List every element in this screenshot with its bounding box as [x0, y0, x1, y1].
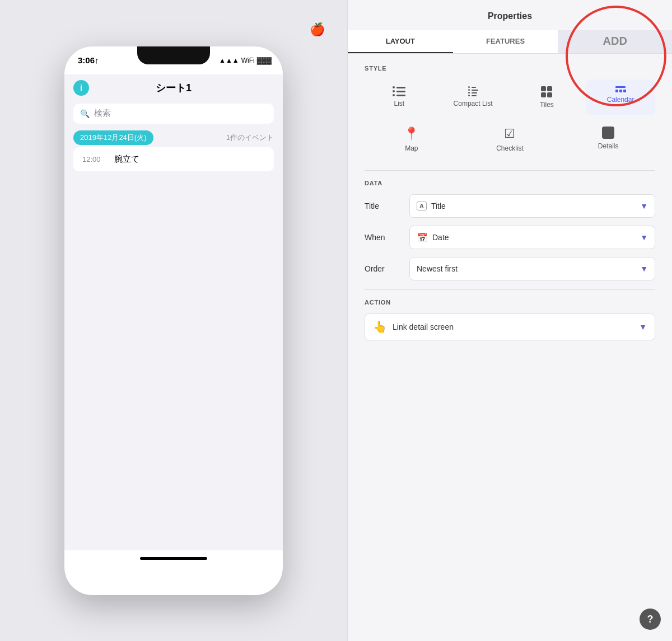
style-label-list: List	[394, 100, 405, 107]
when-select[interactable]: 📅 Date ▼	[409, 226, 655, 249]
action-dropdown-arrow: ▼	[639, 322, 647, 331]
action-text: Link detail screen	[393, 322, 454, 331]
style-label-map: Map	[405, 144, 418, 152]
calendar-icon	[615, 86, 626, 92]
properties-body: STYLE List	[348, 54, 672, 352]
style-section-label: STYLE	[365, 65, 655, 72]
tiles-icon	[541, 86, 552, 97]
style-item-compact-list[interactable]: Compact List	[438, 79, 508, 115]
iphone-mockup: 3:06↑ ▲▲▲ WiFi ▓▓▓ i シート1 🔍 検索 2019年12月2…	[64, 46, 283, 595]
style-grid-row1: List Compact List	[365, 79, 655, 115]
event-name: 腕立て	[114, 154, 139, 165]
tab-features[interactable]: FEATURES	[453, 30, 558, 53]
iphone-bottom	[64, 550, 283, 595]
title-select-inner: A Title	[417, 202, 446, 210]
style-label-calendar: Calendar	[607, 96, 634, 104]
map-icon: 📍	[404, 127, 419, 141]
wifi-icon: WiFi	[241, 57, 255, 64]
properties-title: Properties	[365, 11, 655, 21]
left-panel: 🍎 3:06↑ ▲▲▲ WiFi ▓▓▓ i シート1 🔍 検索	[0, 0, 347, 641]
tab-layout[interactable]: LAYOUT	[348, 30, 453, 53]
list-icon	[393, 86, 405, 96]
style-item-checklist[interactable]: ☑ Checklist	[463, 120, 557, 159]
checklist-icon: ☑	[504, 127, 515, 141]
date-section: 2019年12月24日(火) 1件のイベント 12:00 腕立て	[64, 130, 283, 176]
screen-title: シート1	[156, 81, 192, 95]
when-dropdown-arrow: ▼	[640, 233, 648, 242]
when-field: When 📅 Date ▼	[365, 226, 655, 249]
calendar-field-icon: 📅	[417, 232, 428, 243]
style-label-tiles: Tiles	[540, 101, 554, 109]
order-select-inner: Newest first	[417, 264, 458, 273]
when-value: Date	[432, 233, 449, 242]
right-panel: Properties LAYOUT FEATURES ADD STYLE Lis…	[347, 0, 672, 641]
date-badge: 2019年12月24日(火)	[73, 130, 153, 145]
search-placeholder: 検索	[94, 108, 111, 119]
status-icons: ▲▲▲ WiFi ▓▓▓	[219, 57, 272, 64]
title-dropdown-arrow: ▼	[640, 202, 648, 210]
title-value: Title	[431, 202, 446, 210]
when-label: When	[365, 233, 409, 242]
style-label-details: Details	[598, 142, 619, 150]
compact-list-icon	[468, 86, 478, 96]
when-select-inner: 📅 Date	[417, 232, 449, 243]
section-divider-1	[365, 170, 655, 171]
iphone-content: i シート1 🔍 検索 2019年12月24日(火) 1件のイベント 12:00…	[64, 74, 283, 550]
title-field: Title A Title ▼	[365, 194, 655, 218]
event-count: 1件のイベント	[226, 133, 274, 143]
data-section-label: DATA	[365, 180, 655, 186]
tab-bar: LAYOUT FEATURES ADD	[348, 30, 672, 54]
iphone-status-bar: 3:06↑ ▲▲▲ WiFi ▓▓▓	[64, 46, 283, 74]
date-header: 2019年12月24日(火) 1件のイベント	[73, 130, 274, 145]
action-icon: 👆	[373, 320, 387, 334]
order-select[interactable]: Newest first ▼	[409, 257, 655, 280]
style-item-list[interactable]: List	[365, 79, 434, 115]
style-label-compact-list: Compact List	[454, 100, 493, 107]
home-indicator	[140, 557, 207, 560]
title-label: Title	[365, 202, 409, 210]
order-value: Newest first	[417, 264, 458, 273]
apple-icon: 🍎	[310, 22, 325, 37]
style-label-checklist: Checklist	[496, 144, 524, 152]
signal-icon: ▲▲▲	[219, 57, 239, 64]
style-item-calendar[interactable]: Calendar	[586, 79, 655, 115]
battery-icon: ▓▓▓	[257, 57, 272, 64]
action-inner: 👆 Link detail screen	[373, 320, 454, 334]
action-section-label: ACTION	[365, 299, 655, 306]
style-item-details[interactable]: Details	[561, 120, 655, 159]
event-item[interactable]: 12:00 腕立て	[73, 147, 274, 171]
event-time: 12:00	[82, 155, 108, 163]
style-item-tiles[interactable]: Tiles	[512, 79, 582, 115]
iphone-notch	[137, 46, 210, 64]
style-item-map[interactable]: 📍 Map	[365, 120, 459, 159]
order-field: Order Newest first ▼	[365, 257, 655, 280]
details-icon	[602, 127, 614, 139]
order-label: Order	[365, 264, 409, 273]
iphone-header: i シート1	[64, 74, 283, 99]
title-select[interactable]: A Title ▼	[409, 194, 655, 218]
search-icon: 🔍	[80, 109, 90, 118]
tab-add[interactable]: ADD	[558, 30, 672, 53]
title-field-icon: A	[417, 202, 427, 210]
style-grid-row2: 📍 Map ☑ Checklist Details	[365, 120, 655, 159]
action-select[interactable]: 👆 Link detail screen ▼	[365, 314, 655, 340]
status-time: 3:06↑	[78, 55, 99, 65]
order-dropdown-arrow: ▼	[640, 264, 648, 273]
search-bar[interactable]: 🔍 検索	[73, 104, 274, 124]
properties-header: Properties	[348, 0, 672, 30]
info-badge: i	[73, 80, 89, 96]
section-divider-2	[365, 289, 655, 290]
help-button[interactable]: ?	[640, 609, 661, 630]
